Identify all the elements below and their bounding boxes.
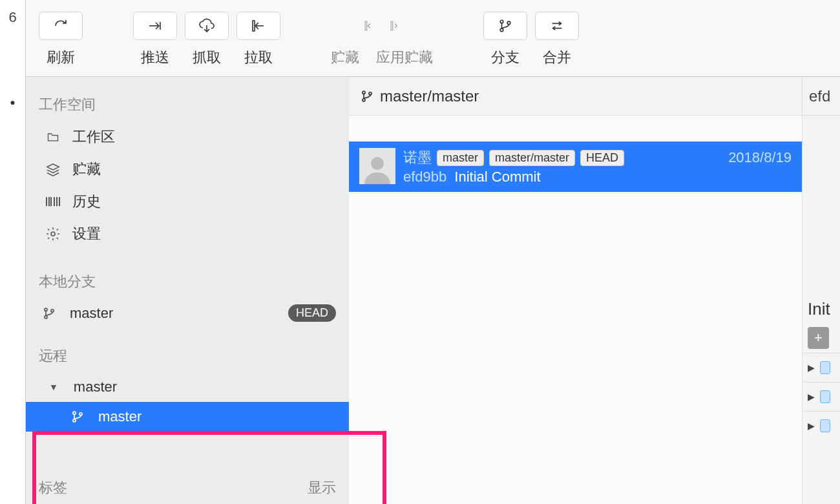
detail-row[interactable]: ▶ [803, 411, 840, 440]
svg-point-26 [362, 91, 365, 94]
sidebar-item-working-copy[interactable]: 工作区 [26, 121, 349, 153]
svg-rect-5 [365, 21, 367, 30]
sidebar: 工作空间 工作区 贮藏 历史 设置 本地分支 [26, 77, 349, 504]
sidebar-item-history[interactable]: 历史 [26, 185, 349, 218]
stack-icon [45, 162, 63, 176]
pull-label: 拉取 [244, 48, 273, 67]
branch-icon [361, 89, 373, 103]
sidebar-item-label: master [98, 408, 142, 425]
merge-label: 合并 [543, 48, 571, 67]
commit-tag-master: master [437, 150, 484, 166]
sidebar-item-label: master [74, 379, 117, 395]
sidebar-remote-branch-master[interactable]: master [26, 402, 349, 432]
svg-point-19 [51, 232, 55, 236]
sidebar-item-label: 设置 [72, 224, 101, 244]
sidebar-header-local-branch: 本地分支 [26, 266, 349, 298]
svg-rect-6 [391, 21, 393, 30]
merge-button[interactable]: 合并 [535, 12, 579, 67]
sidebar-item-settings[interactable]: 设置 [26, 218, 349, 250]
branch-label: 分支 [491, 48, 520, 67]
fetch-label: 抓取 [193, 48, 221, 67]
chevron-right-icon: ▶ [808, 421, 815, 431]
apply-stash-label: 应用贮藏 [376, 48, 433, 67]
folder-icon [45, 131, 63, 143]
svg-point-25 [79, 413, 82, 415]
sidebar-item-stash[interactable]: 贮藏 [26, 153, 349, 185]
commit-hash: efd9bb [403, 169, 446, 185]
gutter-dot-icon: ● [0, 97, 25, 107]
commit-tag-head: HEAD [580, 150, 624, 166]
sidebar-tags-label[interactable]: 标签 [39, 478, 67, 498]
sidebar-local-branch-master[interactable]: master HEAD [26, 298, 349, 328]
avatar [359, 148, 395, 184]
detail-add-button[interactable]: + [808, 327, 829, 349]
push-label: 推送 [141, 48, 169, 67]
branch-button[interactable]: 分支 [483, 12, 527, 67]
detail-row[interactable]: ▶ [803, 382, 840, 411]
detail-row[interactable]: ▶ [803, 353, 840, 382]
detail-panel: efd Init + ▶ ▶ ▶ [803, 77, 840, 504]
svg-point-28 [369, 92, 372, 94]
chevron-right-icon: ▶ [808, 392, 815, 402]
barcode-icon [45, 196, 63, 207]
svg-point-7 [500, 20, 503, 23]
gutter-number: 6 [0, 9, 25, 26]
chevron-right-icon: ▶ [808, 362, 815, 373]
svg-point-20 [45, 308, 47, 311]
sidebar-header-remote: 远程 [26, 340, 349, 372]
file-badge-icon [820, 419, 830, 432]
svg-point-22 [51, 309, 54, 311]
fetch-button[interactable]: 抓取 [185, 12, 229, 67]
refresh-label: 刷新 [47, 48, 75, 67]
stash-label: 贮藏 [331, 48, 359, 67]
push-button[interactable]: 推送 [133, 12, 177, 67]
commit-list-header: master/master [349, 77, 802, 116]
branch-icon [71, 410, 89, 424]
svg-point-29 [371, 157, 384, 170]
head-pill: HEAD [288, 304, 336, 322]
svg-point-21 [45, 315, 47, 318]
branch-icon [43, 306, 61, 320]
commit-tag-remote: master/master [489, 150, 575, 166]
detail-hash: efd [803, 77, 840, 116]
gear-icon [45, 226, 63, 242]
detail-title: Init [803, 290, 840, 323]
file-badge-icon [820, 361, 830, 374]
svg-marker-12 [47, 164, 59, 170]
sidebar-show-label[interactable]: 显示 [308, 478, 336, 498]
refresh-button[interactable]: 刷新 [39, 12, 83, 67]
commit-list-header-branch: master/master [380, 87, 479, 105]
sidebar-item-label: 工作区 [72, 127, 115, 147]
commit-row[interactable]: 诺墨 master master/master HEAD 2018/8/19 e… [349, 142, 802, 192]
line-gutter: 6 ● [0, 0, 26, 504]
svg-point-8 [500, 28, 503, 32]
stash-button: 贮藏 应用贮藏 [331, 12, 433, 67]
svg-point-24 [73, 419, 76, 422]
sidebar-remote-master[interactable]: ▼ master [26, 372, 349, 402]
sidebar-item-label: 贮藏 [72, 160, 101, 179]
commit-author: 诺墨 [403, 148, 432, 167]
svg-point-27 [362, 98, 365, 101]
commit-date: 2018/8/19 [728, 149, 792, 166]
chevron-down-icon: ▼ [49, 382, 58, 392]
app-window: 6 ● 刷新 推送 抓取 拉取 [0, 0, 840, 504]
toolbar: 刷新 推送 抓取 拉取 贮藏 [26, 0, 840, 76]
pull-button[interactable]: 拉取 [236, 12, 280, 67]
svg-rect-3 [253, 21, 255, 31]
svg-point-23 [73, 412, 76, 414]
commit-message: Initial Commit [454, 169, 540, 185]
sidebar-header-workspace: 工作空间 [26, 89, 349, 121]
svg-point-9 [507, 21, 510, 25]
sidebar-item-label: master [70, 305, 113, 322]
sidebar-item-label: 历史 [72, 192, 101, 211]
commit-list-panel: master/master 诺墨 master master/master HE… [349, 77, 803, 504]
file-badge-icon [820, 390, 830, 403]
